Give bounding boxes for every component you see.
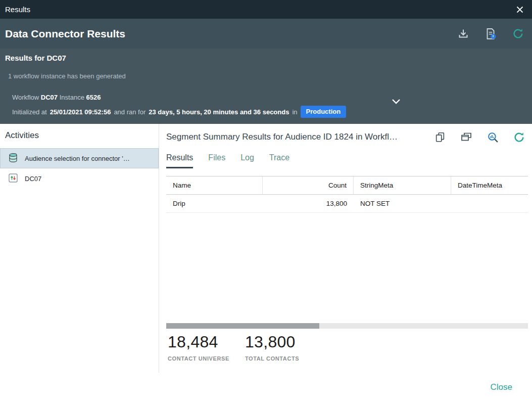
column-header-name[interactable]: Name — [166, 176, 263, 194]
copy-icon[interactable] — [433, 130, 447, 144]
summary-stats: 18,484 CONTACT UNIVERSE 13,800 TOTAL CON… — [168, 333, 322, 362]
results-dialog: Results Data Connector Results — [0, 0, 532, 402]
workflow-instance-line: Workflow DC07 Instance 6526 — [12, 94, 101, 101]
in-label: in — [292, 108, 297, 116]
activity-item-audience-selection[interactable]: Audience selection for connector '… — [0, 148, 159, 168]
initialized-line: Initialized at 25/01/2021 09:52:56 and r… — [12, 106, 346, 118]
initialized-label: Initialized at — [12, 108, 47, 116]
cell-datetimemeta — [451, 195, 528, 212]
cell-name: Drip — [166, 195, 263, 212]
dialog-header: Data Connector Results — [0, 19, 532, 49]
workflow-name: DC07 — [41, 94, 58, 101]
report-badge-icon[interactable] — [483, 27, 498, 41]
horizontal-scrollbar[interactable] — [166, 323, 528, 329]
results-for-heading: Results for DC07 — [5, 54, 66, 62]
results-tabs: Results Files Log Trace — [166, 153, 289, 168]
activity-item-label: DC07 — [25, 175, 41, 183]
workflow-label: Workflow — [12, 94, 39, 101]
tab-files[interactable]: Files — [208, 153, 225, 168]
dialog-footer: Close — [0, 373, 532, 402]
results-panel-actions — [433, 130, 526, 144]
column-header-datetimemeta[interactable]: DateTimeMeta — [451, 176, 528, 194]
dialog-title: Results — [5, 5, 30, 14]
page-title: Data Connector Results — [5, 28, 125, 40]
download-icon[interactable] — [456, 27, 470, 41]
cell-stringmeta: NOT SET — [354, 195, 451, 212]
search-chart-icon[interactable] — [486, 130, 500, 144]
generated-count-text: 1 workflow instance has been generated — [8, 72, 126, 80]
tab-log[interactable]: Log — [240, 153, 254, 168]
segment-summary-title: Segment Summary Results for Audience ID … — [166, 132, 398, 142]
refresh-icon[interactable] — [512, 130, 526, 144]
environment-badge: Production — [301, 106, 347, 118]
close-icon[interactable] — [514, 4, 526, 16]
scrollbar-thumb[interactable] — [166, 323, 319, 329]
instance-number: 6526 — [86, 94, 101, 101]
transfer-icon — [8, 173, 18, 185]
stat-label: TOTAL CONTACTS — [245, 355, 322, 362]
main-area: Activities Audience selection for connec… — [0, 124, 532, 373]
results-table: Name Count StringMeta DateTimeMeta Drip … — [166, 176, 528, 213]
stat-total-contacts: 13,800 TOTAL CONTACTS — [245, 333, 322, 362]
stat-contact-universe: 18,484 CONTACT UNIVERSE — [168, 333, 245, 362]
workflow-summary: Results for DC07 1 workflow instance has… — [0, 49, 532, 124]
cell-count: 13,800 — [263, 195, 354, 212]
initialized-timestamp: 25/01/2021 09:52:56 — [50, 108, 111, 116]
database-icon — [8, 153, 18, 164]
refresh-icon[interactable] — [511, 27, 525, 41]
tab-trace[interactable]: Trace — [269, 153, 289, 168]
stat-value: 13,800 — [245, 333, 322, 351]
close-button[interactable]: Close — [491, 382, 512, 392]
stat-label: CONTACT UNIVERSE — [168, 355, 245, 362]
activity-item-dc07[interactable]: DC07 — [0, 168, 159, 189]
activities-panel: Activities Audience selection for connec… — [0, 124, 159, 373]
column-header-stringmeta[interactable]: StringMeta — [354, 176, 451, 194]
cascade-windows-icon[interactable] — [459, 130, 473, 144]
ran-for-label: and ran for — [114, 108, 146, 116]
instance-label: Instance — [60, 94, 84, 101]
results-panel: Segment Summary Results for Audience ID … — [159, 124, 532, 373]
header-actions — [456, 27, 525, 41]
results-panel-header: Segment Summary Results for Audience ID … — [166, 130, 526, 144]
tab-results[interactable]: Results — [166, 153, 193, 168]
table-header-row: Name Count StringMeta DateTimeMeta — [166, 176, 528, 195]
duration-value: 23 days, 5 hours, 20 minutes and 36 seco… — [149, 108, 289, 116]
stat-value: 18,484 — [168, 333, 245, 351]
table-row[interactable]: Drip 13,800 NOT SET — [166, 195, 528, 213]
column-header-count[interactable]: Count — [263, 176, 354, 194]
activities-heading: Activities — [0, 124, 159, 148]
dialog-titlebar: Results — [0, 0, 532, 19]
chevron-down-icon[interactable] — [391, 98, 401, 107]
activity-item-label: Audience selection for connector '… — [25, 155, 130, 162]
table-body: Drip 13,800 NOT SET — [166, 195, 528, 213]
